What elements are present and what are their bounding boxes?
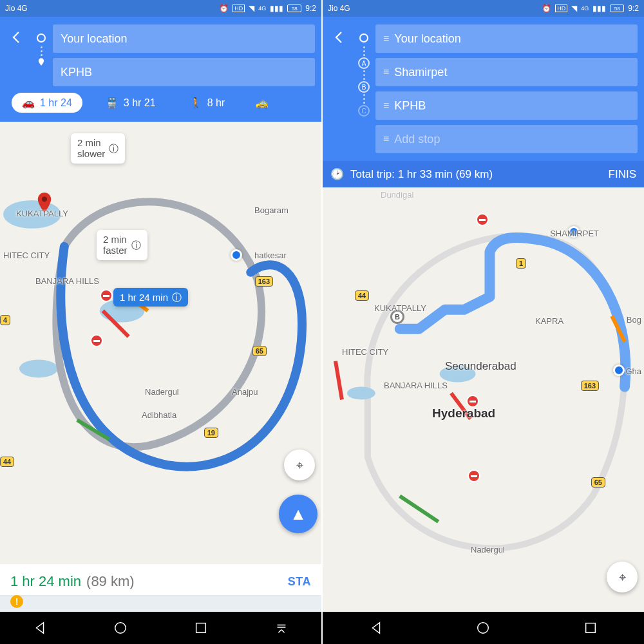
recenter-fab[interactable]: ⌖ — [607, 562, 638, 592]
origin-input[interactable]: ≡ Your location — [375, 24, 638, 53]
origin-label: Your location — [61, 32, 127, 46]
mode-transit-time: 3 hr 21 — [124, 97, 156, 109]
waypoint-a-label: Shamirpet — [394, 66, 447, 79]
map-label: KAPRA — [535, 316, 564, 326]
map-label: Bog — [627, 315, 641, 325]
hd-icon: HD — [555, 5, 567, 12]
android-navbar — [0, 612, 321, 644]
mode-car-chip[interactable]: 🚗 1 hr 24 — [12, 93, 82, 113]
nav-back-icon[interactable] — [369, 621, 383, 635]
carrier-label: Jio 4G — [5, 4, 28, 13]
map-label: Anajpu — [232, 387, 258, 397]
start-nav-fab[interactable]: ▲ — [279, 495, 317, 533]
status-right: ⏰ HD ◥ 4G ▮▮▮ 58 9:2 — [542, 4, 639, 13]
map-label: Adibhatla — [142, 410, 176, 420]
svg-rect-6 — [196, 623, 206, 633]
signal-icon: ▮▮▮ — [270, 4, 283, 13]
finish-button[interactable]: FINIS — [609, 168, 636, 181]
map-label: hatkesar — [254, 251, 287, 260]
android-navbar — [323, 612, 644, 644]
svg-point-9 — [347, 387, 375, 400]
route-markers — [33, 24, 49, 66]
waypoint-b-marker-icon: B — [358, 81, 370, 93]
nav-recent-icon[interactable] — [194, 621, 208, 635]
car-icon: 🚗 — [22, 97, 35, 109]
drag-handle-icon[interactable]: ≡ — [383, 33, 388, 44]
highway-shield: 44 — [355, 290, 369, 301]
recenter-fab[interactable]: ⌖ — [284, 450, 315, 480]
highway-shield: 1 — [516, 258, 526, 269]
mode-transit-chip[interactable]: 🚆 3 hr 21 — [95, 93, 166, 113]
origin-marker-icon — [359, 33, 368, 43]
svg-point-5 — [115, 623, 126, 634]
battery-icon: 58 — [287, 5, 301, 12]
destination-pin-icon — [35, 193, 50, 207]
route-summary-sheet[interactable]: 1 hr 24 min (89 km) STA — [0, 564, 321, 595]
road-closed-icon — [100, 289, 113, 302]
map-label: Nadergul — [471, 545, 505, 554]
back-button[interactable] — [4, 24, 30, 50]
summary-time-label: 1 hr 24 min — [10, 573, 81, 590]
waypoint-b-input[interactable]: ≡ KPHB — [375, 91, 638, 120]
add-stop-input[interactable]: ≡ Add stop — [375, 125, 638, 153]
mode-walk-chip[interactable]: 🚶 8 hr — [179, 93, 236, 113]
network-label: 4G — [258, 5, 266, 12]
drag-handle-icon[interactable]: ≡ — [383, 66, 388, 78]
map-label: Bogaram — [254, 205, 289, 215]
waypoint-c-marker-icon: C — [358, 105, 370, 117]
route-dots-icon — [363, 94, 365, 104]
route-primary-badge[interactable]: 1 hr 24 min ⓘ — [113, 288, 188, 307]
route-markers: A B C — [356, 24, 372, 117]
map-canvas[interactable]: 2 min slower ⓘ 2 min faster ⓘ 1 hr 24 mi… — [0, 122, 321, 564]
map-canvas[interactable]: B Dundigal SHAMIRPET KUKATPALLY KAPRA HI… — [323, 187, 644, 612]
battery-icon: 58 — [610, 5, 624, 12]
traffic-alert-icon[interactable]: ! — [10, 595, 23, 608]
add-stop-label: Add stop — [394, 133, 440, 146]
nav-back-icon[interactable] — [33, 621, 47, 635]
walk-icon: 🚶 — [189, 97, 202, 109]
map-label: KUKATPALLY — [374, 303, 426, 313]
origin-marker-icon — [37, 33, 46, 43]
clock-label: 9:2 — [628, 4, 639, 13]
nav-home-icon[interactable] — [113, 621, 128, 635]
map-label: KUKATPALLY — [16, 209, 68, 218]
nav-collapse-icon[interactable] — [274, 621, 289, 635]
highway-shield: 163 — [581, 381, 599, 391]
phone-right: Jio 4G ⏰ HD ◥ 4G ▮▮▮ 58 9:2 A B C — [323, 0, 644, 644]
current-location-dot — [231, 249, 242, 261]
destination-input[interactable]: KPHB — [53, 58, 315, 86]
train-icon: 🚆 — [106, 97, 118, 109]
mode-ride-chip[interactable]: 🚕 — [245, 93, 279, 113]
waypoint-b-label: KPHB — [394, 99, 426, 113]
svg-rect-11 — [585, 623, 595, 633]
carrier-label: Jio 4G — [328, 4, 350, 13]
road-closed-icon — [468, 469, 480, 482]
summary-distance-label: (89 km) — [86, 573, 135, 590]
status-bar: Jio 4G ⏰ HD ◥ 4G ▮▮▮ 58 9:2 — [0, 0, 321, 17]
drag-handle-icon[interactable]: ≡ — [383, 133, 388, 145]
highway-shield: 163 — [255, 276, 273, 287]
trip-summary-label: Total trip: 1 hr 33 min (69 km) — [350, 168, 493, 181]
origin-label: Your location — [394, 32, 460, 46]
hd-icon: HD — [232, 5, 245, 12]
route-alt-badge-faster[interactable]: 2 min faster ⓘ — [97, 230, 147, 260]
directions-header: A B C ≡ Your location ≡ Shamirpet ≡ KPHB — [323, 17, 644, 161]
map-label: Secunderabad — [445, 360, 516, 373]
waypoint-a-input[interactable]: ≡ Shamirpet — [375, 58, 638, 86]
map-label: Hyderabad — [432, 406, 495, 421]
route-alt-badge-slower[interactable]: 2 min slower ⓘ — [71, 133, 125, 164]
map-label: HITEC CITY — [342, 347, 388, 357]
nav-home-icon[interactable] — [476, 621, 490, 635]
start-button-label[interactable]: STA — [288, 575, 311, 589]
drag-handle-icon[interactable]: ≡ — [383, 100, 388, 111]
map-label: Dundigal — [381, 190, 413, 200]
highway-shield: 19 — [204, 428, 218, 438]
origin-input[interactable]: Your location — [53, 24, 315, 53]
back-button[interactable] — [327, 24, 352, 50]
clock-label: 9:2 — [305, 4, 316, 13]
destination-label: KPHB — [61, 66, 92, 79]
mode-walk-time: 8 hr — [207, 97, 225, 109]
alarm-icon: ⏰ — [542, 4, 551, 13]
road-closed-icon — [466, 395, 479, 408]
nav-recent-icon[interactable] — [583, 621, 598, 635]
